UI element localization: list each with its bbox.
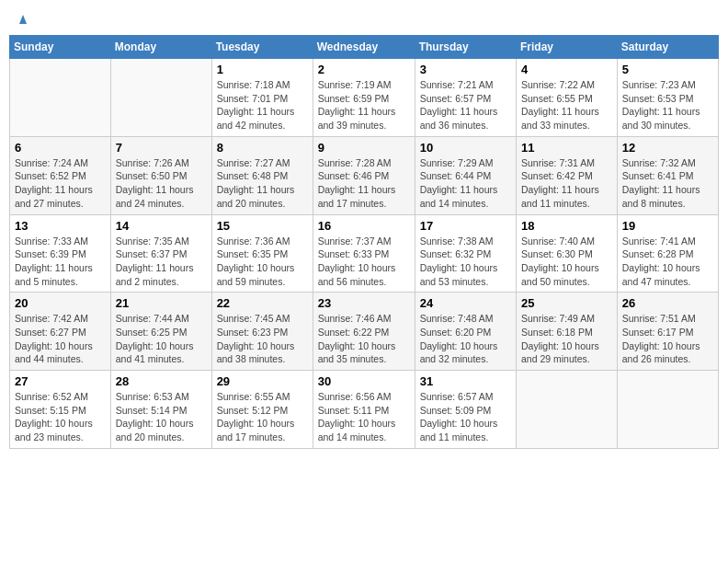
- calendar-cell: 7Sunrise: 7:26 AMSunset: 6:50 PMDaylight…: [110, 136, 211, 214]
- calendar-cell: 31Sunrise: 6:57 AMSunset: 5:09 PMDayligh…: [415, 371, 516, 449]
- calendar-cell: 26Sunrise: 7:51 AMSunset: 6:17 PMDayligh…: [617, 293, 718, 371]
- calendar-cell: 19Sunrise: 7:41 AMSunset: 6:28 PMDayligh…: [617, 214, 718, 293]
- day-number: 15: [217, 219, 308, 233]
- calendar-cell: 21Sunrise: 7:44 AMSunset: 6:25 PMDayligh…: [110, 293, 211, 371]
- day-info: Sunrise: 7:28 AMSunset: 6:46 PMDaylight:…: [318, 156, 410, 211]
- weekday-header-thursday: Thursday: [415, 36, 516, 59]
- day-number: 2: [318, 63, 410, 76]
- calendar-cell: 1Sunrise: 7:18 AMSunset: 7:01 PMDaylight…: [211, 59, 313, 137]
- calendar-week-row: 27Sunrise: 6:52 AMSunset: 5:15 PMDayligh…: [10, 371, 719, 449]
- day-number: 9: [318, 141, 410, 155]
- day-info: Sunrise: 7:23 AMSunset: 6:53 PMDaylight:…: [622, 78, 713, 132]
- weekday-header-saturday: Saturday: [617, 36, 718, 59]
- calendar-cell: [110, 59, 211, 137]
- weekday-header-wednesday: Wednesday: [313, 36, 415, 59]
- day-number: 1: [217, 63, 308, 76]
- calendar-cell: 16Sunrise: 7:37 AMSunset: 6:33 PMDayligh…: [313, 214, 415, 293]
- day-info: Sunrise: 6:55 AMSunset: 5:12 PMDaylight:…: [217, 390, 308, 444]
- calendar-cell: [10, 59, 111, 137]
- weekday-header-friday: Friday: [517, 36, 618, 59]
- day-info: Sunrise: 7:24 AMSunset: 6:52 PMDaylight:…: [15, 156, 106, 211]
- day-info: Sunrise: 7:26 AMSunset: 6:50 PMDaylight:…: [116, 156, 207, 211]
- page-header: [9, 9, 719, 28]
- day-number: 13: [15, 219, 106, 233]
- day-info: Sunrise: 7:51 AMSunset: 6:17 PMDaylight:…: [622, 312, 713, 366]
- calendar-cell: 4Sunrise: 7:22 AMSunset: 6:55 PMDaylight…: [517, 59, 618, 137]
- day-number: 31: [420, 374, 511, 388]
- day-info: Sunrise: 7:49 AMSunset: 6:18 PMDaylight:…: [521, 312, 612, 366]
- day-number: 10: [420, 141, 511, 155]
- weekday-header-sunday: Sunday: [10, 36, 111, 59]
- calendar-cell: 8Sunrise: 7:27 AMSunset: 6:48 PMDaylight…: [211, 136, 313, 214]
- calendar-cell: [517, 371, 618, 449]
- day-number: 14: [116, 219, 207, 233]
- day-info: Sunrise: 7:35 AMSunset: 6:37 PMDaylight:…: [116, 235, 207, 289]
- day-number: 28: [116, 374, 207, 388]
- day-number: 16: [318, 219, 410, 233]
- day-info: Sunrise: 7:48 AMSunset: 6:20 PMDaylight:…: [420, 312, 511, 366]
- day-number: 11: [521, 141, 612, 155]
- day-info: Sunrise: 6:53 AMSunset: 5:14 PMDaylight:…: [116, 390, 207, 444]
- day-info: Sunrise: 7:40 AMSunset: 6:30 PMDaylight:…: [521, 235, 612, 289]
- calendar-cell: 27Sunrise: 6:52 AMSunset: 5:15 PMDayligh…: [10, 371, 111, 449]
- logo-triangle-icon: [15, 11, 31, 28]
- calendar-week-row: 1Sunrise: 7:18 AMSunset: 7:01 PMDaylight…: [10, 59, 719, 137]
- day-info: Sunrise: 7:41 AMSunset: 6:28 PMDaylight:…: [622, 235, 713, 289]
- day-info: Sunrise: 7:38 AMSunset: 6:32 PMDaylight:…: [420, 235, 511, 289]
- day-number: 27: [15, 374, 106, 388]
- day-number: 30: [318, 374, 410, 388]
- day-number: 7: [116, 141, 207, 155]
- calendar-cell: 28Sunrise: 6:53 AMSunset: 5:14 PMDayligh…: [110, 371, 211, 449]
- day-number: 3: [420, 63, 511, 76]
- weekday-header-tuesday: Tuesday: [211, 36, 313, 59]
- calendar-cell: 6Sunrise: 7:24 AMSunset: 6:52 PMDaylight…: [10, 136, 111, 214]
- day-number: 19: [622, 219, 713, 233]
- day-number: 5: [622, 63, 713, 76]
- weekday-header-monday: Monday: [110, 36, 211, 59]
- svg-marker-0: [19, 15, 27, 24]
- calendar-cell: 9Sunrise: 7:28 AMSunset: 6:46 PMDaylight…: [313, 136, 415, 214]
- day-info: Sunrise: 7:18 AMSunset: 7:01 PMDaylight:…: [217, 78, 308, 132]
- day-number: 20: [15, 296, 106, 310]
- day-info: Sunrise: 6:57 AMSunset: 5:09 PMDaylight:…: [420, 390, 511, 444]
- calendar-week-row: 20Sunrise: 7:42 AMSunset: 6:27 PMDayligh…: [10, 293, 719, 371]
- calendar-cell: 30Sunrise: 6:56 AMSunset: 5:11 PMDayligh…: [313, 371, 415, 449]
- day-number: 23: [318, 296, 410, 310]
- day-info: Sunrise: 6:52 AMSunset: 5:15 PMDaylight:…: [15, 390, 106, 444]
- day-info: Sunrise: 7:27 AMSunset: 6:48 PMDaylight:…: [217, 156, 308, 211]
- day-info: Sunrise: 6:56 AMSunset: 5:11 PMDaylight:…: [318, 390, 410, 444]
- day-number: 24: [420, 296, 511, 310]
- calendar-header: SundayMondayTuesdayWednesdayThursdayFrid…: [10, 36, 719, 59]
- day-number: 25: [521, 296, 612, 310]
- day-number: 26: [622, 296, 713, 310]
- day-number: 17: [420, 219, 511, 233]
- calendar-cell: 25Sunrise: 7:49 AMSunset: 6:18 PMDayligh…: [517, 293, 618, 371]
- calendar-cell: 14Sunrise: 7:35 AMSunset: 6:37 PMDayligh…: [110, 214, 211, 293]
- day-info: Sunrise: 7:44 AMSunset: 6:25 PMDaylight:…: [116, 312, 207, 366]
- day-info: Sunrise: 7:29 AMSunset: 6:44 PMDaylight:…: [420, 156, 511, 211]
- calendar-cell: 29Sunrise: 6:55 AMSunset: 5:12 PMDayligh…: [211, 371, 313, 449]
- calendar-cell: 5Sunrise: 7:23 AMSunset: 6:53 PMDaylight…: [617, 59, 718, 137]
- calendar-cell: 12Sunrise: 7:32 AMSunset: 6:41 PMDayligh…: [617, 136, 718, 214]
- calendar-cell: 11Sunrise: 7:31 AMSunset: 6:42 PMDayligh…: [517, 136, 618, 214]
- calendar-week-row: 6Sunrise: 7:24 AMSunset: 6:52 PMDaylight…: [10, 136, 719, 214]
- day-info: Sunrise: 7:19 AMSunset: 6:59 PMDaylight:…: [318, 78, 410, 132]
- day-info: Sunrise: 7:45 AMSunset: 6:23 PMDaylight:…: [217, 312, 308, 366]
- logo: [13, 13, 31, 28]
- day-number: 18: [521, 219, 612, 233]
- calendar-table: SundayMondayTuesdayWednesdayThursdayFrid…: [9, 35, 719, 449]
- day-info: Sunrise: 7:22 AMSunset: 6:55 PMDaylight:…: [521, 78, 612, 132]
- day-number: 22: [217, 296, 308, 310]
- day-number: 6: [15, 141, 106, 155]
- day-info: Sunrise: 7:33 AMSunset: 6:39 PMDaylight:…: [15, 235, 106, 289]
- day-number: 29: [217, 374, 308, 388]
- calendar-body: 1Sunrise: 7:18 AMSunset: 7:01 PMDaylight…: [10, 59, 719, 449]
- calendar-cell: 10Sunrise: 7:29 AMSunset: 6:44 PMDayligh…: [415, 136, 516, 214]
- day-info: Sunrise: 7:42 AMSunset: 6:27 PMDaylight:…: [15, 312, 106, 366]
- calendar-cell: 23Sunrise: 7:46 AMSunset: 6:22 PMDayligh…: [313, 293, 415, 371]
- calendar-cell: 2Sunrise: 7:19 AMSunset: 6:59 PMDaylight…: [313, 59, 415, 137]
- calendar-cell: 22Sunrise: 7:45 AMSunset: 6:23 PMDayligh…: [211, 293, 313, 371]
- day-number: 12: [622, 141, 713, 155]
- day-info: Sunrise: 7:37 AMSunset: 6:33 PMDaylight:…: [318, 235, 410, 289]
- calendar-week-row: 13Sunrise: 7:33 AMSunset: 6:39 PMDayligh…: [10, 214, 719, 293]
